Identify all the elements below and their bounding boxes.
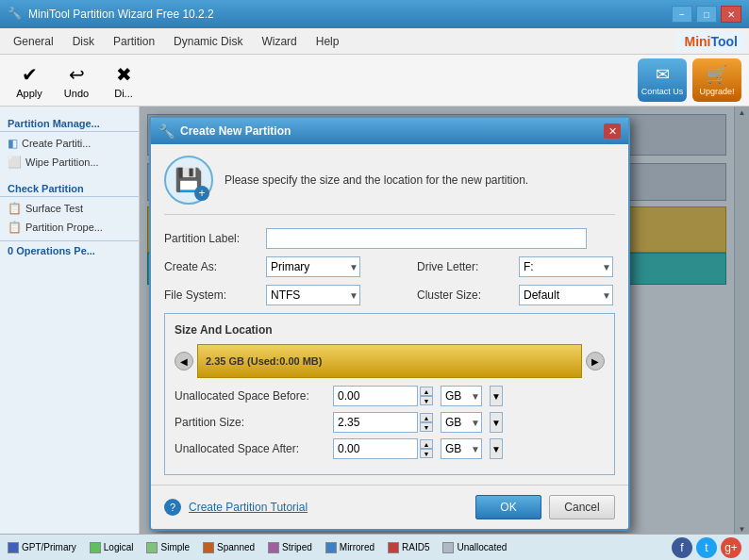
window-controls: − □ ✕ — [672, 6, 741, 23]
legend-color-unallocated — [442, 542, 454, 553]
email-icon: ✉ — [656, 64, 670, 85]
cancel-button[interactable]: Cancel — [549, 495, 615, 519]
legend-color-spanned — [203, 542, 214, 553]
minimize-button[interactable]: − — [672, 6, 692, 23]
menu-dynamic-disk[interactable]: Dynamic Disk — [164, 31, 252, 52]
sidebar-partition-properties[interactable]: 📋 Partition Prope... — [0, 218, 139, 237]
twitter-button[interactable]: t — [696, 537, 717, 558]
unalloc-before-down[interactable]: ▼ — [420, 396, 433, 405]
modal-footer-buttons: OK Cancel — [475, 495, 615, 519]
unalloc-after-label: Unallocated Space After: — [175, 442, 325, 455]
unalloc-after-extra-arrow[interactable]: ▼ — [490, 438, 503, 459]
unalloc-before-spinner: ▲ ▼ — [420, 387, 433, 405]
partition-size-input[interactable] — [333, 412, 418, 433]
discard-button[interactable]: ✖ Di... — [102, 57, 145, 104]
unalloc-before-extra-arrow[interactable]: ▼ — [490, 386, 503, 406]
status-bar: GPT/Primary Logical Simple Spanned Strip… — [0, 534, 749, 560]
undo-icon: ↩ — [63, 61, 90, 88]
file-system-row: File System: NTFS FAT32 FAT16 ▼ — [164, 285, 615, 305]
legend-label-raid5: RAID5 — [402, 542, 429, 552]
contact-button[interactable]: ✉ Contact Us — [638, 58, 687, 102]
sidebar-create-partition[interactable]: ◧ Create Partiti... — [0, 134, 139, 153]
modal-logo-plus: + — [194, 186, 209, 201]
legend-color-mirrored — [325, 542, 337, 553]
unalloc-before-input[interactable] — [333, 386, 418, 406]
drive-letter-label: Drive Letter: — [417, 260, 511, 273]
drive-letter-select-wrapper: F: G: H: ▼ — [519, 256, 613, 277]
modal-title-icon: 🔧 — [158, 124, 175, 139]
size-location-title: Size And Location — [175, 323, 605, 337]
right-panel: (Unalloca 746.5 GB (Unallocated) 746.5 G… — [140, 107, 749, 534]
help-button[interactable]: ? — [164, 499, 181, 516]
bar-nav-right[interactable]: ▶ — [586, 352, 605, 371]
partition-size-row: Partition Size: ▲ ▼ GB — [175, 412, 605, 433]
bar-nav-left[interactable]: ◀ — [175, 352, 193, 371]
legend-color-raid5 — [388, 542, 399, 553]
legend-label-spanned: Spanned — [217, 542, 255, 552]
unalloc-after-down[interactable]: ▼ — [420, 449, 433, 458]
title-bar: 🔧 MiniTool Partition Wizard Free 10.2.2 … — [0, 0, 749, 28]
toolbar: ✔ Apply ↩ Undo ✖ Di... ✉ Contact Us 🛒 Up… — [0, 55, 749, 107]
sidebar-surface-test[interactable]: 📋 Surface Test — [0, 199, 139, 218]
close-button[interactable]: ✕ — [721, 6, 741, 23]
menu-partition[interactable]: Partition — [104, 31, 164, 52]
unalloc-after-up[interactable]: ▲ — [420, 439, 433, 449]
create-as-select-wrapper: Primary Logical Extended ▼ — [266, 256, 360, 277]
modal-logo: 💾 + — [164, 156, 213, 205]
unalloc-before-unit-select[interactable]: GB MB — [441, 386, 482, 406]
create-partition-icon: ◧ — [8, 137, 18, 150]
toolbar-right: ✉ Contact Us 🛒 Upgrade! — [638, 58, 741, 102]
wipe-partition-icon: ⬜ — [8, 156, 22, 169]
discard-icon: ✖ — [110, 61, 137, 88]
legend-simple: Simple — [146, 542, 190, 553]
surface-test-icon: 📋 — [8, 202, 22, 215]
legend-mirrored: Mirrored — [325, 542, 374, 553]
unalloc-before-row: Unallocated Space Before: ▲ ▼ GB — [175, 386, 605, 406]
create-as-select[interactable]: Primary Logical Extended — [266, 256, 360, 277]
apply-button[interactable]: ✔ Apply — [8, 57, 51, 104]
modal-body: 💾 + Please specify the size and the loca… — [151, 144, 628, 485]
menu-disk[interactable]: Disk — [63, 31, 104, 52]
menu-bar: General Disk Partition Dynamic Disk Wiza… — [0, 28, 749, 55]
sidebar-wipe-partition[interactable]: ⬜ Wipe Partition... — [0, 153, 139, 172]
partition-size-unit-wrapper: GB MB ▼ — [441, 412, 482, 433]
ops-pending: 0 Operations Pe... — [0, 240, 139, 260]
cluster-size-select[interactable]: Default 512 1024 — [519, 285, 613, 305]
menu-wizard[interactable]: Wizard — [252, 31, 306, 52]
partition-size-unit-select[interactable]: GB MB — [441, 412, 482, 433]
unalloc-before-label: Unallocated Space Before: — [175, 389, 325, 403]
legend-spanned: Spanned — [203, 542, 255, 553]
menu-help[interactable]: Help — [307, 31, 349, 52]
googleplus-button[interactable]: g+ — [721, 537, 741, 558]
modal-close-button[interactable]: ✕ — [604, 124, 621, 139]
partition-label-input[interactable] — [266, 228, 587, 249]
facebook-button[interactable]: f — [672, 537, 692, 558]
unalloc-after-input[interactable] — [333, 438, 418, 459]
upgrade-button[interactable]: 🛒 Upgrade! — [692, 58, 741, 102]
undo-button[interactable]: ↩ Undo — [55, 57, 98, 104]
modal-info: 💾 + Please specify the size and the loca… — [164, 156, 615, 215]
unalloc-before-up[interactable]: ▲ — [420, 387, 433, 396]
partition-size-down[interactable]: ▼ — [420, 422, 433, 432]
menu-general[interactable]: General — [4, 31, 63, 52]
legend-color-gpt — [8, 542, 19, 553]
partition-size-up[interactable]: ▲ — [420, 413, 433, 422]
tutorial-link[interactable]: Create Partition Tutorial — [189, 501, 308, 514]
create-partition-modal: 🔧 Create New Partition ✕ 💾 + Please spec… — [149, 116, 630, 531]
cart-icon: 🛒 — [707, 64, 727, 85]
maximize-button[interactable]: □ — [696, 6, 717, 23]
unalloc-after-unit-select[interactable]: GB MB — [441, 438, 482, 459]
partition-size-input-wrapper: ▲ ▼ — [333, 412, 433, 433]
legend-gpt-primary: GPT/Primary — [8, 542, 76, 553]
ok-button[interactable]: OK — [475, 495, 541, 519]
create-as-sub: Create As: Primary Logical Extended ▼ — [164, 256, 360, 277]
file-system-select[interactable]: NTFS FAT32 FAT16 — [266, 285, 360, 305]
partition-size-extra-arrow[interactable]: ▼ — [490, 412, 503, 433]
partition-bar-wrapper: ◀ 2.35 GB (Used:0.00 MB) ▶ — [175, 344, 605, 378]
legend-raid5: RAID5 — [388, 542, 429, 553]
main-content: Partition Manage... ◧ Create Partiti... … — [0, 107, 749, 534]
partition-size-spinner: ▲ ▼ — [420, 413, 433, 432]
partition-label-row: Partition Label: — [164, 228, 615, 249]
drive-letter-select[interactable]: F: G: H: — [519, 256, 613, 277]
sidebar: Partition Manage... ◧ Create Partiti... … — [0, 107, 140, 534]
